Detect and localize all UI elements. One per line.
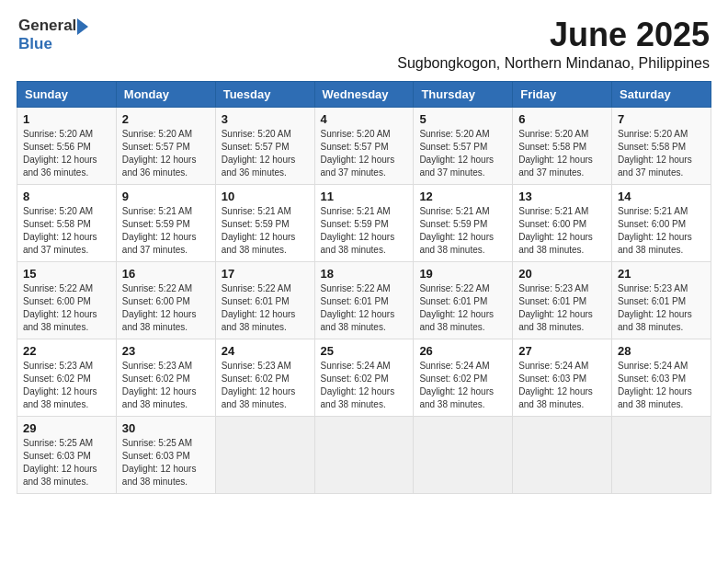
- day-number: 26: [419, 344, 506, 358]
- logo-general: General: [18, 17, 76, 35]
- cell-details: Sunrise: 5:23 AMSunset: 6:02 PMDaylight:…: [23, 360, 110, 411]
- cell-details: Sunrise: 5:22 AMSunset: 6:00 PMDaylight:…: [23, 282, 110, 334]
- calendar-cell: [414, 416, 513, 493]
- cell-details: Sunrise: 5:24 AMSunset: 6:03 PMDaylight:…: [618, 360, 705, 411]
- calendar-cell: 23Sunrise: 5:23 AMSunset: 6:02 PMDayligh…: [116, 339, 215, 416]
- day-number: 5: [419, 112, 506, 126]
- day-number: 14: [618, 190, 705, 203]
- day-number: 3: [222, 112, 309, 126]
- cell-details: Sunrise: 5:20 AMSunset: 5:57 PMDaylight:…: [419, 128, 506, 179]
- calendar-cell: 9Sunrise: 5:21 AMSunset: 5:59 PMDaylight…: [116, 184, 215, 261]
- calendar-cell: 1Sunrise: 5:20 AMSunset: 5:56 PMDaylight…: [17, 107, 117, 184]
- day-number: 17: [222, 267, 309, 281]
- cell-details: Sunrise: 5:23 AMSunset: 6:01 PMDaylight:…: [518, 282, 606, 334]
- logo-triangle-icon: [77, 18, 88, 35]
- day-number: 8: [23, 190, 110, 203]
- day-number: 28: [618, 344, 705, 358]
- day-number: 2: [122, 112, 210, 126]
- weekday-header-saturday: Saturday: [612, 81, 711, 107]
- calendar-cell: [612, 416, 711, 493]
- cell-details: Sunrise: 5:25 AMSunset: 6:03 PMDaylight:…: [23, 437, 110, 488]
- calendar-cell: 11Sunrise: 5:21 AMSunset: 5:59 PMDayligh…: [314, 184, 414, 261]
- day-number: 10: [222, 190, 309, 203]
- day-number: 29: [23, 421, 110, 435]
- calendar-cell: [215, 416, 314, 493]
- day-number: 23: [122, 344, 210, 358]
- cell-details: Sunrise: 5:20 AMSunset: 5:58 PMDaylight:…: [618, 128, 705, 179]
- day-number: 9: [122, 190, 210, 203]
- calendar-week-5: 29Sunrise: 5:25 AMSunset: 6:03 PMDayligh…: [17, 416, 711, 493]
- cell-details: Sunrise: 5:22 AMSunset: 6:01 PMDaylight:…: [222, 282, 309, 334]
- calendar-cell: 28Sunrise: 5:24 AMSunset: 6:03 PMDayligh…: [612, 339, 711, 416]
- calendar-cell: 13Sunrise: 5:21 AMSunset: 6:00 PMDayligh…: [513, 184, 612, 261]
- day-number: 24: [222, 344, 309, 358]
- cell-details: Sunrise: 5:21 AMSunset: 5:59 PMDaylight:…: [419, 205, 506, 257]
- calendar-cell: 15Sunrise: 5:22 AMSunset: 6:00 PMDayligh…: [17, 261, 117, 339]
- calendar-cell: 7Sunrise: 5:20 AMSunset: 5:58 PMDaylight…: [612, 107, 711, 184]
- cell-details: Sunrise: 5:21 AMSunset: 5:59 PMDaylight:…: [122, 205, 210, 257]
- cell-details: Sunrise: 5:24 AMSunset: 6:02 PMDaylight:…: [419, 360, 506, 411]
- cell-details: Sunrise: 5:23 AMSunset: 6:02 PMDaylight:…: [222, 360, 309, 411]
- calendar-cell: 14Sunrise: 5:21 AMSunset: 6:00 PMDayligh…: [612, 184, 711, 261]
- cell-details: Sunrise: 5:23 AMSunset: 6:01 PMDaylight:…: [618, 282, 705, 334]
- calendar-cell: 16Sunrise: 5:22 AMSunset: 6:00 PMDayligh…: [116, 261, 215, 339]
- weekday-header-sunday: Sunday: [17, 81, 117, 107]
- day-number: 21: [618, 267, 705, 281]
- calendar-cell: 17Sunrise: 5:22 AMSunset: 6:01 PMDayligh…: [215, 261, 314, 339]
- weekday-header-wednesday: Wednesday: [314, 81, 414, 107]
- calendar-cell: 19Sunrise: 5:22 AMSunset: 6:01 PMDayligh…: [414, 261, 513, 339]
- day-number: 1: [23, 112, 110, 126]
- day-number: 6: [518, 112, 606, 126]
- day-number: 12: [419, 190, 506, 203]
- day-number: 19: [419, 267, 506, 281]
- day-number: 18: [321, 267, 408, 281]
- calendar-cell: 12Sunrise: 5:21 AMSunset: 5:59 PMDayligh…: [414, 184, 513, 261]
- calendar-cell: 6Sunrise: 5:20 AMSunset: 5:58 PMDaylight…: [513, 107, 612, 184]
- calendar-cell: 26Sunrise: 5:24 AMSunset: 6:02 PMDayligh…: [414, 339, 513, 416]
- cell-details: Sunrise: 5:21 AMSunset: 6:00 PMDaylight:…: [518, 205, 606, 257]
- month-title: June 2025: [397, 17, 710, 53]
- cell-details: Sunrise: 5:25 AMSunset: 6:03 PMDaylight:…: [122, 437, 210, 488]
- day-number: 27: [518, 344, 606, 358]
- calendar-cell: 10Sunrise: 5:21 AMSunset: 5:59 PMDayligh…: [215, 184, 314, 261]
- weekday-header-monday: Monday: [116, 81, 215, 107]
- calendar-week-4: 22Sunrise: 5:23 AMSunset: 6:02 PMDayligh…: [17, 339, 711, 416]
- cell-details: Sunrise: 5:20 AMSunset: 5:57 PMDaylight:…: [222, 128, 309, 179]
- logo: General Blue: [18, 17, 88, 53]
- title-area: June 2025 Sugbongkogon, Northern Mindana…: [397, 17, 710, 72]
- cell-details: Sunrise: 5:20 AMSunset: 5:57 PMDaylight:…: [122, 128, 210, 179]
- cell-details: Sunrise: 5:20 AMSunset: 5:58 PMDaylight:…: [23, 205, 110, 257]
- cell-details: Sunrise: 5:20 AMSunset: 5:58 PMDaylight:…: [518, 128, 606, 179]
- cell-details: Sunrise: 5:21 AMSunset: 5:59 PMDaylight:…: [222, 205, 309, 257]
- calendar-cell: [513, 416, 612, 493]
- calendar-table: SundayMondayTuesdayWednesdayThursdayFrid…: [17, 81, 711, 494]
- day-number: 15: [23, 267, 110, 281]
- location-title: Sugbongkogon, Northern Mindanao, Philipp…: [397, 55, 710, 72]
- cell-details: Sunrise: 5:21 AMSunset: 6:00 PMDaylight:…: [618, 205, 705, 257]
- day-number: 13: [518, 190, 606, 203]
- calendar-week-2: 8Sunrise: 5:20 AMSunset: 5:58 PMDaylight…: [17, 184, 711, 261]
- calendar-cell: 2Sunrise: 5:20 AMSunset: 5:57 PMDaylight…: [116, 107, 215, 184]
- calendar-cell: 20Sunrise: 5:23 AMSunset: 6:01 PMDayligh…: [513, 261, 612, 339]
- cell-details: Sunrise: 5:22 AMSunset: 6:01 PMDaylight:…: [419, 282, 506, 334]
- day-number: 20: [518, 267, 606, 281]
- calendar-cell: [314, 416, 414, 493]
- cell-details: Sunrise: 5:20 AMSunset: 5:57 PMDaylight:…: [321, 128, 408, 179]
- day-number: 30: [122, 421, 210, 435]
- day-number: 4: [321, 112, 408, 126]
- cell-details: Sunrise: 5:24 AMSunset: 6:03 PMDaylight:…: [518, 360, 606, 411]
- calendar-cell: 24Sunrise: 5:23 AMSunset: 6:02 PMDayligh…: [215, 339, 314, 416]
- weekday-header-row: SundayMondayTuesdayWednesdayThursdayFrid…: [17, 81, 711, 107]
- calendar-cell: 22Sunrise: 5:23 AMSunset: 6:02 PMDayligh…: [17, 339, 117, 416]
- cell-details: Sunrise: 5:21 AMSunset: 5:59 PMDaylight:…: [321, 205, 408, 257]
- calendar-cell: 25Sunrise: 5:24 AMSunset: 6:02 PMDayligh…: [314, 339, 414, 416]
- calendar-cell: 18Sunrise: 5:22 AMSunset: 6:01 PMDayligh…: [314, 261, 414, 339]
- logo-blue: Blue: [18, 35, 52, 52]
- calendar-week-1: 1Sunrise: 5:20 AMSunset: 5:56 PMDaylight…: [17, 107, 711, 184]
- day-number: 16: [122, 267, 210, 281]
- calendar-cell: 4Sunrise: 5:20 AMSunset: 5:57 PMDaylight…: [314, 107, 414, 184]
- cell-details: Sunrise: 5:22 AMSunset: 6:00 PMDaylight:…: [122, 282, 210, 334]
- cell-details: Sunrise: 5:22 AMSunset: 6:01 PMDaylight:…: [321, 282, 408, 334]
- calendar-week-3: 15Sunrise: 5:22 AMSunset: 6:00 PMDayligh…: [17, 261, 711, 339]
- day-number: 7: [618, 112, 705, 126]
